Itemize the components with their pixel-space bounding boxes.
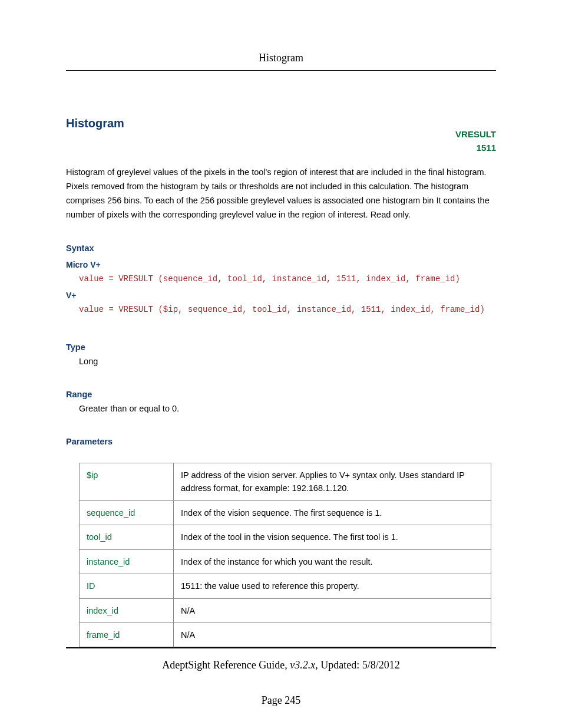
table-row: frame_id N/A bbox=[80, 622, 491, 647]
table-row: index_id N/A bbox=[80, 598, 491, 622]
type-value: Long bbox=[79, 357, 496, 366]
param-desc: N/A bbox=[174, 622, 491, 647]
param-name: tool_id bbox=[80, 525, 174, 549]
table-row: $ip IP address of the vision server. App… bbox=[80, 463, 491, 500]
param-name: frame_id bbox=[80, 622, 174, 647]
param-desc: N/A bbox=[174, 598, 491, 622]
param-desc: IP address of the vision server. Applies… bbox=[174, 463, 491, 500]
table-row: tool_id Index of the tool in the vision … bbox=[80, 525, 491, 549]
parameters-heading: Parameters bbox=[66, 437, 496, 446]
type-heading: Type bbox=[66, 342, 496, 352]
footer-text: AdeptSight Reference Guide, v3.2.x, Upda… bbox=[0, 659, 562, 671]
range-value: Greater than or equal to 0. bbox=[79, 404, 496, 413]
page-title: Histogram bbox=[66, 117, 496, 130]
page-number: Page 245 bbox=[0, 694, 562, 707]
table-row: instance_id Index of the instance for wh… bbox=[80, 549, 491, 574]
tag-vresult: VRESULT bbox=[455, 127, 496, 141]
tag-id: 1511 bbox=[455, 141, 496, 154]
description-paragraph: Histogram of greylevel values of the pix… bbox=[66, 166, 496, 222]
param-desc: 1511: the value used to reference this p… bbox=[174, 574, 491, 598]
param-name: ID bbox=[80, 574, 174, 598]
footer-rule bbox=[66, 647, 496, 648]
vplus-code: value = VRESULT ($ip, sequence_id, tool_… bbox=[79, 305, 496, 314]
param-name: index_id bbox=[80, 598, 174, 622]
param-name: $ip bbox=[80, 463, 174, 500]
vresult-tag: VRESULT 1511 bbox=[455, 127, 496, 155]
param-desc: Index of the tool in the vision sequence… bbox=[174, 525, 491, 549]
page-content: Histogram Histogram VRESULT 1511 Histogr… bbox=[66, 52, 496, 647]
param-name: sequence_id bbox=[80, 500, 174, 525]
footer-doc-title: AdeptSight Reference Guide bbox=[162, 659, 285, 671]
running-header: Histogram bbox=[66, 52, 496, 71]
title-row: Histogram VRESULT 1511 bbox=[66, 117, 496, 130]
param-desc: Index of the instance for which you want… bbox=[174, 549, 491, 574]
param-desc: Index of the vision sequence. The first … bbox=[174, 500, 491, 525]
micro-vplus-label: Micro V+ bbox=[66, 260, 496, 269]
table-row: ID 1511: the value used to reference thi… bbox=[80, 574, 491, 598]
syntax-heading: Syntax bbox=[66, 243, 496, 253]
vplus-label: V+ bbox=[66, 291, 496, 300]
footer-updated: , Updated: 5/8/2012 bbox=[315, 659, 399, 671]
param-name: instance_id bbox=[80, 549, 174, 574]
table-row: sequence_id Index of the vision sequence… bbox=[80, 500, 491, 525]
range-heading: Range bbox=[66, 390, 496, 399]
micro-vplus-code: value = VRESULT (sequence_id, tool_id, i… bbox=[79, 274, 496, 284]
footer-version: , v3.2.x bbox=[285, 659, 315, 671]
parameters-table: $ip IP address of the vision server. App… bbox=[79, 463, 491, 648]
